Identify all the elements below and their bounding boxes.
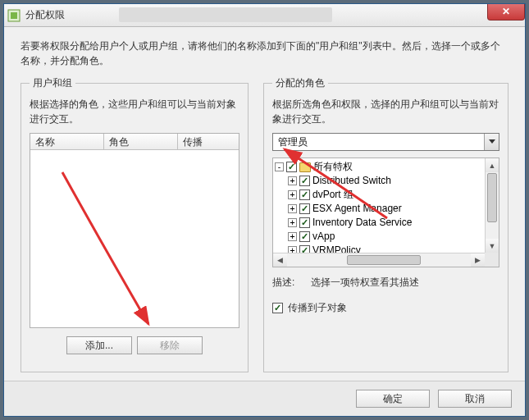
intro-text: 若要将权限分配给用户个人或用户组，请将他们的名称添加到下面的"用户和组"列表中。… <box>21 39 508 68</box>
description-value: 选择一项特权查看其描述 <box>311 276 419 290</box>
tree-item-label: Inventory Data Service <box>312 216 412 230</box>
assigned-role-legend: 分配的角色 <box>272 76 328 90</box>
privileges-tree[interactable]: - 所有特权 +Distributed Switch +dvPort 组 +ES… <box>272 158 499 267</box>
expand-icon[interactable]: + <box>288 232 297 241</box>
users-groups-desc: 根据选择的角色，这些用户和组可以与当前对象进行交互。 <box>30 97 239 126</box>
description-label: 描述: <box>272 276 294 290</box>
checkbox[interactable] <box>299 189 310 200</box>
column-role[interactable]: 角色 <box>104 134 178 149</box>
ok-button[interactable]: 确定 <box>356 390 430 408</box>
assigned-role-desc: 根据所选角色和权限，选择的用户和组可以与当前对象进行交互。 <box>272 97 499 126</box>
checkbox[interactable] <box>299 217 310 228</box>
checkbox[interactable] <box>299 231 310 242</box>
role-dropdown-value: 管理员 <box>273 134 484 150</box>
expand-icon[interactable]: + <box>288 204 297 213</box>
tree-root-row[interactable]: - 所有特权 <box>275 160 497 174</box>
assign-permission-dialog: 分配权限 ✕ 若要将权限分配给用户个人或用户组，请将他们的名称添加到下面的"用户… <box>3 3 526 417</box>
tree-item[interactable]: +vApp <box>288 230 497 244</box>
role-dropdown[interactable]: 管理员 <box>272 133 499 151</box>
column-propagate[interactable]: 传播 <box>178 134 239 149</box>
horizontal-scrollbar[interactable]: ◀ ▶ <box>273 253 485 267</box>
cancel-button[interactable]: 取消 <box>438 390 512 408</box>
tree-item-label: dvPort 组 <box>312 188 353 202</box>
expand-icon[interactable]: + <box>288 190 297 199</box>
checkbox[interactable] <box>299 176 310 186</box>
propagate-label: 传播到子对象 <box>288 301 347 315</box>
tree-item[interactable]: +Distributed Switch <box>288 174 497 188</box>
scroll-right-icon[interactable]: ▶ <box>471 253 485 267</box>
chevron-down-icon[interactable] <box>484 134 499 150</box>
scroll-left-icon[interactable]: ◀ <box>273 253 287 267</box>
titlebar[interactable]: 分配权限 ✕ <box>4 4 525 27</box>
tree-content: - 所有特权 +Distributed Switch +dvPort 组 +ES… <box>273 158 499 267</box>
window-title: 分配权限 <box>25 8 65 22</box>
users-groups-buttons: 添加... 移除 <box>30 336 239 354</box>
tree-root-label: 所有特权 <box>313 160 353 174</box>
scroll-thumb[interactable] <box>487 173 497 222</box>
scroll-corner <box>485 253 499 267</box>
vertical-scrollbar[interactable]: ▲ ▼ <box>485 158 499 253</box>
propagate-row: 传播到子对象 <box>272 301 499 315</box>
users-groups-legend: 用户和组 <box>30 76 75 90</box>
tree-item-label: ESX Agent Manager <box>312 202 402 216</box>
tree-item[interactable]: +Inventory Data Service <box>288 216 497 230</box>
folder-icon <box>299 162 311 172</box>
tree-item-label: vApp <box>312 230 335 244</box>
scroll-thumb[interactable] <box>347 255 421 265</box>
close-button[interactable]: ✕ <box>487 4 525 21</box>
add-button[interactable]: 添加... <box>66 336 132 354</box>
panels: 用户和组 根据选择的角色，这些用户和组可以与当前对象进行交互。 名称 角色 传播… <box>21 76 508 372</box>
window-subtitle-blurred <box>119 7 332 22</box>
remove-button: 移除 <box>137 336 203 354</box>
users-groups-panel: 用户和组 根据选择的角色，这些用户和组可以与当前对象进行交互。 名称 角色 传播… <box>21 76 249 372</box>
expand-icon[interactable]: + <box>288 218 297 227</box>
assigned-role-panel: 分配的角色 根据所选角色和权限，选择的用户和组可以与当前对象进行交互。 管理员 … <box>263 76 508 372</box>
expand-icon[interactable]: + <box>288 176 297 185</box>
propagate-checkbox[interactable] <box>272 303 283 313</box>
tree-item-label: Distributed Switch <box>312 174 391 188</box>
checkbox[interactable] <box>299 203 310 214</box>
users-groups-table[interactable]: 名称 角色 传播 <box>30 133 239 328</box>
privilege-description-row: 描述: 选择一项特权查看其描述 <box>272 276 499 290</box>
column-name[interactable]: 名称 <box>30 134 104 149</box>
scroll-down-icon[interactable]: ▼ <box>486 239 499 253</box>
tree-item[interactable]: +ESX Agent Manager <box>288 202 497 216</box>
table-header: 名称 角色 传播 <box>30 134 239 150</box>
collapse-icon[interactable]: - <box>275 162 284 171</box>
tree-item[interactable]: +dvPort 组 <box>288 188 497 202</box>
svg-rect-1 <box>11 12 17 19</box>
scroll-up-icon[interactable]: ▲ <box>486 158 499 172</box>
dialog-footer: 确定 取消 <box>4 381 525 416</box>
checkbox[interactable] <box>286 162 297 172</box>
app-icon <box>7 9 21 22</box>
dialog-body: 若要将权限分配给用户个人或用户组，请将他们的名称添加到下面的"用户和组"列表中。… <box>4 27 525 381</box>
